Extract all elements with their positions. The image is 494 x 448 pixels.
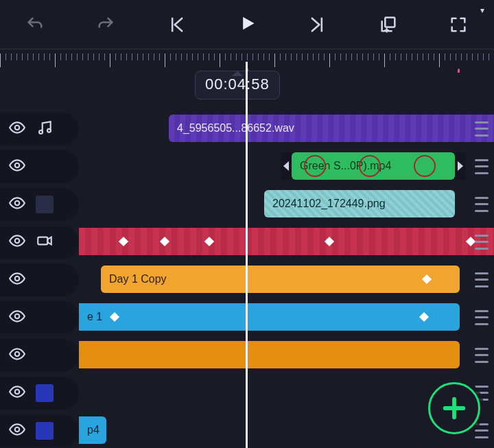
visibility-toggle-icon[interactable]: [8, 119, 26, 139]
redo-button[interactable]: [91, 10, 121, 40]
music-icon: [36, 119, 54, 139]
keyframe-icon[interactable]: [204, 237, 214, 246]
svg-point-4: [15, 163, 20, 167]
clip[interactable]: Day 1 Copy: [101, 266, 460, 293]
clip-label: e 1: [87, 311, 102, 323]
track-drag-handle[interactable]: [475, 310, 489, 325]
track-lane[interactable]: [79, 223, 494, 261]
clip-label: Day 1 Copy: [109, 273, 167, 285]
track-drag-handle[interactable]: [475, 235, 489, 250]
svg-rect-7: [38, 237, 47, 244]
marker-circle-icon: [359, 155, 381, 177]
track-head[interactable]: [0, 377, 79, 410]
svg-point-10: [15, 351, 20, 356]
track-head[interactable]: [0, 188, 79, 221]
playhead-timecode: 00:04:58: [195, 71, 280, 99]
track-drag-handle[interactable]: [475, 197, 489, 212]
track-head[interactable]: [0, 113, 79, 145]
svg-point-2: [39, 130, 43, 134]
svg-point-3: [47, 128, 51, 132]
visibility-toggle-icon[interactable]: [8, 156, 26, 177]
svg-point-12: [15, 427, 20, 432]
clip[interactable]: [79, 341, 460, 368]
timecode-label: 00:04:58: [195, 71, 280, 99]
keyframe-icon[interactable]: [466, 237, 475, 246]
track-lane[interactable]: [79, 336, 494, 374]
visibility-toggle-icon[interactable]: [8, 232, 26, 252]
visibility-toggle-icon[interactable]: [8, 345, 26, 366]
playhead[interactable]: [246, 62, 248, 448]
track-thumbnail: [36, 384, 54, 402]
duplicate-button[interactable]: [373, 10, 403, 40]
clip-label: p4: [87, 424, 99, 436]
track-head[interactable]: [0, 226, 79, 259]
clip[interactable]: e 1: [79, 303, 460, 331]
svg-rect-0: [385, 17, 395, 27]
track-lane[interactable]: e 1: [79, 298, 494, 336]
track-head[interactable]: [0, 263, 79, 296]
track-lane[interactable]: 20241102_172449.png: [79, 185, 494, 223]
svg-point-5: [15, 200, 20, 205]
track-head[interactable]: [0, 339, 79, 372]
svg-point-11: [15, 389, 20, 394]
marker-circle-icon: [304, 155, 326, 177]
track-head[interactable]: [0, 414, 79, 447]
clip-trim-right-handle[interactable]: [455, 152, 466, 180]
top-toolbar: ▾: [0, 0, 494, 49]
visibility-toggle-icon[interactable]: [8, 307, 26, 328]
track-lane[interactable]: Green S...0P).mp4: [79, 148, 494, 185]
clip-trim-left-handle[interactable]: [281, 152, 292, 180]
clip[interactable]: 20241102_172449.png: [264, 190, 455, 217]
track-head[interactable]: [0, 301, 79, 334]
track-thumbnail: [36, 196, 54, 213]
go-to-start-button[interactable]: [161, 10, 191, 40]
track-drag-handle[interactable]: [475, 272, 489, 287]
clip[interactable]: Green S...0P).mp4: [292, 152, 455, 180]
fullscreen-button[interactable]: [443, 10, 473, 40]
keyframe-icon[interactable]: [119, 237, 128, 246]
svg-point-6: [15, 238, 20, 243]
track-drag-handle[interactable]: [475, 159, 489, 174]
visibility-toggle-icon[interactable]: [8, 421, 26, 441]
clip[interactable]: [79, 228, 494, 255]
clip[interactable]: 4_5956505...86652.wav: [169, 115, 494, 142]
track-drag-handle[interactable]: [475, 121, 489, 137]
keyframe-icon[interactable]: [419, 312, 429, 322]
keyframe-icon[interactable]: [160, 237, 169, 246]
visibility-toggle-icon[interactable]: [8, 194, 26, 215]
clip-label: 4_5956505...86652.wav: [177, 122, 294, 134]
visibility-toggle-icon[interactable]: [8, 270, 26, 290]
keyframe-icon[interactable]: [325, 237, 334, 246]
marker-circle-icon: [414, 155, 436, 177]
track-drag-handle[interactable]: [475, 348, 489, 363]
track-lane[interactable]: Day 1 Copy: [79, 261, 494, 298]
play-button[interactable]: [232, 10, 262, 40]
svg-point-1: [15, 125, 20, 130]
visibility-toggle-icon[interactable]: [8, 383, 26, 403]
track-lane[interactable]: 4_5956505...86652.wav: [79, 110, 494, 148]
svg-point-8: [15, 276, 20, 281]
clip-label: 20241102_172449.png: [272, 198, 386, 210]
track-thumbnail: [36, 422, 54, 440]
keyframe-icon[interactable]: [110, 312, 119, 322]
ruler-marker[interactable]: [458, 69, 460, 73]
add-button[interactable]: [428, 382, 480, 434]
more-menu-indicator[interactable]: ▾: [480, 5, 484, 15]
undo-button[interactable]: [20, 10, 50, 40]
track-head[interactable]: [0, 150, 79, 183]
svg-point-9: [15, 314, 20, 318]
clip[interactable]: p4: [79, 416, 106, 444]
go-to-end-button[interactable]: [303, 10, 333, 40]
keyframe-icon[interactable]: [422, 274, 432, 284]
camera-icon: [36, 232, 54, 252]
track-drag-handle[interactable]: [475, 423, 489, 438]
